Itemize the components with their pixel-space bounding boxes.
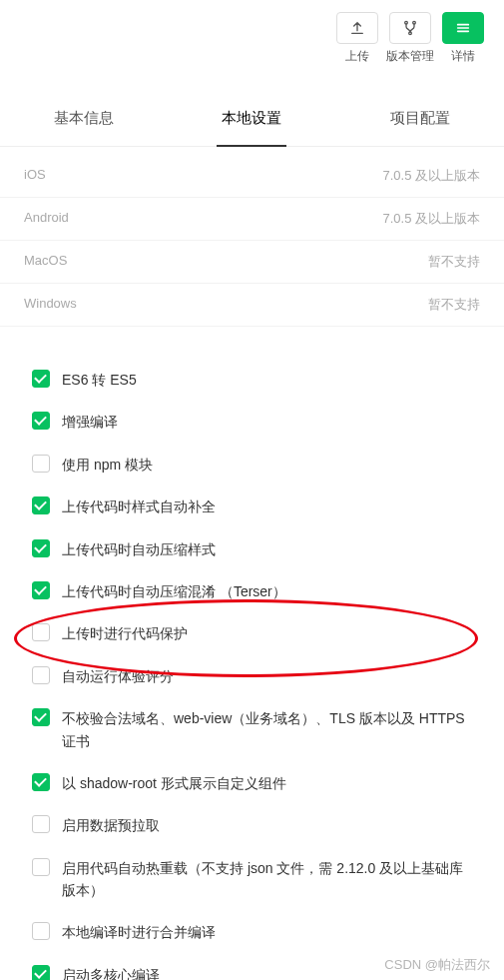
option-code-protect: 上传时进行代码保护: [32, 612, 472, 654]
option-data-prefetch: 启用数据预拉取: [32, 804, 472, 846]
checkbox[interactable]: [32, 581, 50, 599]
details-label: 详情: [451, 48, 475, 65]
platform-row: Windows暂不支持: [0, 284, 504, 327]
version-button[interactable]: [389, 12, 431, 44]
menu-icon: [455, 20, 471, 36]
option-label: 本地编译时进行合并编译: [62, 921, 216, 943]
checkbox[interactable]: [32, 666, 50, 684]
option-label: 以 shadow-root 形式展示自定义组件: [62, 772, 286, 794]
platform-value: 暂不支持: [428, 296, 480, 314]
platform-value: 7.0.5 及以上版本: [382, 210, 480, 228]
option-label: 上传代码时样式自动补全: [62, 495, 216, 517]
checkbox[interactable]: [32, 708, 50, 726]
checkbox[interactable]: [32, 965, 50, 980]
option-enhance-compile: 增强编译: [32, 401, 472, 443]
platform-value: 7.0.5 及以上版本: [382, 167, 480, 185]
platform-row: iOS7.0.5 及以上版本: [0, 155, 504, 198]
platform-value: 暂不支持: [428, 253, 480, 271]
checkbox[interactable]: [32, 922, 50, 940]
platform-row: MacOS暂不支持: [0, 241, 504, 284]
option-label: 启用代码自动热重载（不支持 json 文件，需 2.12.0 及以上基础库版本）: [62, 857, 472, 902]
option-terser: 上传代码时自动压缩混淆 （Terser）: [32, 570, 472, 612]
option-label: 启用数据预拉取: [62, 814, 160, 836]
option-label: 上传代码时自动压缩样式: [62, 538, 216, 560]
checkbox[interactable]: [32, 623, 50, 641]
upload-label: 上传: [345, 48, 369, 65]
option-label: ES6 转 ES5: [62, 369, 137, 391]
checkbox[interactable]: [32, 412, 50, 430]
checkbox[interactable]: [32, 815, 50, 833]
tab-project[interactable]: 项目配置: [336, 91, 504, 146]
upload-button[interactable]: [336, 12, 378, 44]
option-label: 不校验合法域名、web-view（业务域名）、TLS 版本以及 HTTPS 证书: [62, 707, 472, 752]
option-style-autocomplete: 上传代码时样式自动补全: [32, 486, 472, 527]
option-label: 增强编译: [62, 411, 118, 433]
option-compress-style: 上传代码时自动压缩样式: [32, 528, 472, 570]
option-auto-audit: 自动运行体验评分: [32, 655, 472, 697]
platform-name: iOS: [24, 167, 46, 185]
tabs: 基本信息 本地设置 项目配置: [0, 91, 504, 147]
toolbar: 上传 版本管理 详情: [0, 0, 504, 71]
platform-row: Android7.0.5 及以上版本: [0, 198, 504, 241]
option-label: 上传时进行代码保护: [62, 622, 188, 644]
version-label: 版本管理: [386, 48, 434, 65]
tab-basic[interactable]: 基本信息: [0, 91, 168, 146]
platform-name: MacOS: [24, 253, 67, 271]
platform-list: iOS7.0.5 及以上版本 Android7.0.5 及以上版本 MacOS暂…: [0, 147, 504, 335]
platform-name: Android: [24, 210, 69, 228]
checkbox[interactable]: [32, 370, 50, 388]
option-label: 启动多核心编译: [62, 964, 160, 980]
option-merge-compile: 本地编译时进行合并编译: [32, 911, 472, 953]
checkbox[interactable]: [32, 496, 50, 514]
checkbox[interactable]: [32, 858, 50, 876]
upload-icon: [349, 20, 365, 36]
upload-item: 上传: [336, 12, 378, 65]
tab-local[interactable]: 本地设置: [168, 91, 335, 146]
option-es6: ES6 转 ES5: [32, 359, 472, 401]
details-item: 详情: [442, 12, 484, 65]
option-label: 上传代码时自动压缩混淆 （Terser）: [62, 580, 286, 602]
details-button[interactable]: [442, 12, 484, 44]
watermark: CSDN @帕法西尔: [384, 956, 490, 974]
option-shadow-root: 以 shadow-root 形式展示自定义组件: [32, 762, 472, 804]
options-list: ES6 转 ES5 增强编译 使用 npm 模块 上传代码时样式自动补全 上传代…: [0, 335, 504, 980]
platform-name: Windows: [24, 296, 77, 314]
option-hot-reload: 启用代码自动热重载（不支持 json 文件，需 2.12.0 及以上基础库版本）: [32, 847, 472, 912]
version-item: 版本管理: [386, 12, 434, 65]
checkbox[interactable]: [32, 773, 50, 791]
option-label: 自动运行体验评分: [62, 665, 174, 687]
branch-icon: [402, 20, 418, 36]
option-label: 使用 npm 模块: [62, 454, 153, 476]
option-no-verify-domain: 不校验合法域名、web-view（业务域名）、TLS 版本以及 HTTPS 证书: [32, 697, 472, 762]
checkbox[interactable]: [32, 539, 50, 557]
checkbox[interactable]: [32, 455, 50, 473]
option-npm: 使用 npm 模块: [32, 444, 472, 486]
